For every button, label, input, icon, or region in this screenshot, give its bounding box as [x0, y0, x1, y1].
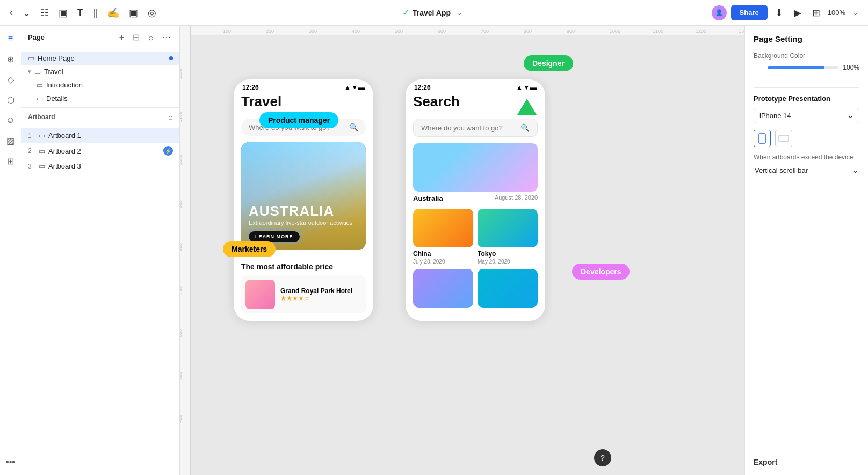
article-china: China July 28, 2020: [413, 209, 473, 265]
layers-icon-btn[interactable]: ≡: [2, 30, 19, 47]
article-meta-australia: Australia August 28, 2020: [413, 192, 538, 203]
frame-icon-travel: ▭: [34, 68, 41, 76]
marketers-bubble[interactable]: Marketers: [223, 241, 276, 257]
folder-button[interactable]: ⊟: [131, 31, 142, 43]
export-button[interactable]: Export: [754, 451, 859, 466]
page-item-travel[interactable]: ▾ ▭ Travel: [21, 65, 179, 78]
search-time: 12:26: [414, 84, 431, 91]
artboard-item-2[interactable]: 2 ▭ Artboard 2 ⚡: [21, 143, 179, 159]
search-icon: 🔍: [349, 123, 358, 131]
components-button[interactable]: ▣: [126, 5, 141, 21]
status-icons: ▲ ▾ ▬: [344, 84, 365, 91]
search-pages-button[interactable]: ⌕: [146, 32, 156, 43]
play-button[interactable]: ▶: [791, 5, 805, 21]
svg-text:1200: 1200: [696, 28, 706, 34]
product-manager-bubble[interactable]: Product manager: [259, 112, 338, 128]
travel-time: 12:26: [242, 84, 259, 91]
emoji-icon-btn[interactable]: ☺: [2, 112, 19, 129]
back-button[interactable]: ‹: [6, 5, 16, 20]
search-bar-outline[interactable]: 🔍: [413, 119, 538, 137]
frame-button[interactable]: ▣: [55, 5, 71, 21]
prototype-icon-btn[interactable]: ⬡: [2, 91, 19, 108]
page-item-home[interactable]: ▭ Home Page: [21, 52, 179, 65]
svg-text:1000: 1000: [180, 155, 183, 165]
portrait-frame-opt[interactable]: [754, 130, 771, 147]
toolbar: ‹ ⌄ ☷ ▣ T ∥ ✍ ▣ ◎ ✓ Travel App ⌄ 👤 Share…: [0, 0, 868, 26]
device-frames-row: [754, 130, 859, 147]
more-pages-button[interactable]: ⋯: [160, 31, 173, 43]
download-button[interactable]: ⬇: [772, 5, 786, 21]
search-input-2[interactable]: [421, 124, 516, 132]
page-item-intro[interactable]: ▭ Introduction: [21, 78, 179, 92]
color-swatch[interactable]: [754, 63, 763, 72]
right-panel: Page Setting Background Color 100% Proto…: [744, 26, 868, 475]
present-button[interactable]: ⊞: [809, 5, 823, 21]
dot-3: [308, 255, 311, 258]
avatar: 👤: [712, 5, 727, 20]
exceed-select[interactable]: Vertical scroll bar ⌄: [754, 164, 859, 177]
search-status-icons: ▲ ▾ ▬: [516, 84, 537, 91]
color-slider[interactable]: [768, 66, 838, 69]
plugin-icon-btn[interactable]: ⊞: [2, 152, 19, 170]
hero-country: AUSTRALIA: [249, 203, 358, 220]
signal-icon-2: ▲: [516, 84, 523, 91]
text-button[interactable]: T: [74, 5, 86, 20]
image-icon-btn[interactable]: ▨: [2, 132, 19, 149]
hand-button[interactable]: ✍: [104, 5, 122, 21]
wifi-icon: ▾: [353, 84, 356, 91]
svg-rect-26: [779, 135, 789, 142]
more-icon-btn[interactable]: •••: [2, 454, 19, 471]
developers-bubble-container: Developers: [572, 267, 580, 276]
battery-icon-2: ▬: [530, 84, 537, 91]
lightning-badge: ⚡: [163, 146, 173, 156]
landscape-frame-opt[interactable]: [775, 130, 792, 147]
china-image: [413, 209, 473, 247]
left-panel: Page + ⊟ ⌕ ⋯ ▭ Home Page ▾ ▭ Travel ▭ In…: [21, 26, 180, 475]
help-button[interactable]: ?: [594, 449, 611, 466]
designer-bubble[interactable]: Designer: [524, 55, 573, 71]
frame-icon: ▭: [28, 54, 34, 62]
search-icon-2: 🔍: [520, 123, 530, 132]
artboard-item-1[interactable]: 1 ▭ Artboard 1: [21, 128, 179, 143]
device-select[interactable]: iPhone 14 ⌄: [754, 108, 859, 123]
title-dropdown[interactable]: ⌄: [454, 7, 466, 19]
pages-button[interactable]: ☷: [37, 5, 52, 21]
bg-color-row: 100%: [754, 63, 859, 72]
dropdown-button[interactable]: ⌄: [19, 5, 34, 21]
hotel-info: Grand Royal Park Hotel ★★★★☆: [280, 287, 352, 302]
exceed-value: Vertical scroll bar: [755, 166, 808, 174]
wifi-icon-2: ▾: [525, 84, 528, 91]
frame-icon-details: ▭: [37, 94, 43, 103]
dot-1: [296, 255, 299, 258]
artboard-icon-1: ▭: [39, 131, 45, 140]
article-ocean: [478, 269, 538, 308]
dot-2: [302, 255, 305, 258]
article-grid: China July 28, 2020 Tokyo May 20, 2020: [413, 209, 538, 308]
ruler-horizontal: 100 200 300 400 500 600 700 800 900 1000…: [180, 26, 744, 36]
frame-icon-intro: ▭: [37, 81, 43, 89]
zoom-level: 100%: [828, 9, 845, 17]
article-location-1: Australia: [413, 194, 443, 202]
add-page-button[interactable]: +: [117, 32, 126, 43]
artboard-item-3[interactable]: 3 ▭ Artboard 3: [21, 159, 179, 173]
ocean-image: [478, 269, 538, 308]
svg-text:600: 600: [438, 28, 446, 34]
page-name-details: Details: [46, 94, 68, 103]
learn-more-button[interactable]: LEARN MORE: [249, 231, 300, 242]
artboard-num-3: 3: [28, 163, 35, 170]
comment-button[interactable]: ◎: [144, 5, 160, 21]
article-selfie: [413, 269, 473, 308]
developers-bubble[interactable]: Developers: [572, 264, 630, 280]
bg-color-label: Background Color: [754, 52, 859, 60]
divider-1: [754, 87, 859, 88]
page-item-details[interactable]: ▭ Details: [21, 92, 179, 105]
share-button[interactable]: Share: [731, 5, 768, 20]
assets-icon-btn[interactable]: ◇: [2, 71, 19, 88]
zoom-dropdown[interactable]: ⌄: [850, 7, 862, 19]
search-screen: Search 🔍 Australia August 28, 2020: [406, 93, 545, 315]
pages-icon-btn[interactable]: ⊕: [2, 50, 19, 68]
product-manager-bubble-container: Product manager: [259, 116, 267, 125]
shapes-button[interactable]: ∥: [90, 5, 101, 21]
toolbar-center: ✓ Travel App ⌄: [402, 7, 466, 19]
search-artboard-button[interactable]: ⌕: [168, 112, 173, 121]
